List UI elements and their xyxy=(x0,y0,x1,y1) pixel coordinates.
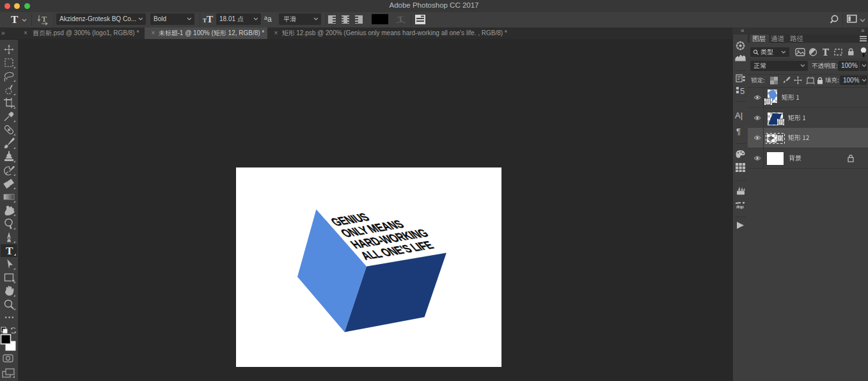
svg-text:5: 5 xyxy=(740,86,745,95)
